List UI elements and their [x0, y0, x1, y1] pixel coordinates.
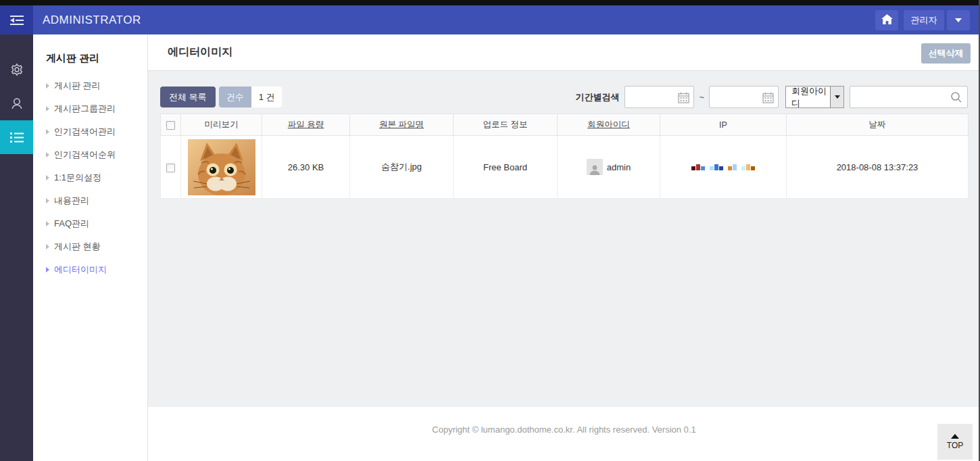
- person-icon: [9, 96, 24, 111]
- sidebar-item-popular-keyword-rank[interactable]: 인기검색어순위: [33, 143, 147, 166]
- triangle-right-icon: [46, 129, 49, 135]
- triangle-right-icon: [46, 198, 49, 203]
- user-dropdown-button[interactable]: [947, 10, 970, 30]
- sidebar-toggle-button[interactable]: [0, 5, 33, 34]
- editor-image-table: 미리보기 파일 용량 원본 파일명 업로드 정보 회원아이디 IP 날짜: [160, 114, 969, 199]
- sidebar-item-inquiry-settings[interactable]: 1:1문의설정: [33, 166, 147, 189]
- member-id: admin: [607, 162, 631, 172]
- select-all-checkbox[interactable]: [166, 121, 175, 130]
- select-arrow-button[interactable]: [830, 87, 843, 107]
- member-cell: admin: [558, 136, 660, 199]
- rail-item-settings[interactable]: [0, 53, 33, 87]
- upload-info-cell: Free Board: [454, 136, 558, 199]
- avatar: [587, 159, 603, 175]
- triangle-right-icon: [46, 152, 49, 157]
- date-from-input[interactable]: [624, 86, 694, 108]
- record-count: 건수 1 건: [219, 87, 283, 107]
- copyright-text: Copyright © lumango.dothome.co.kr. All r…: [148, 407, 980, 435]
- search-box: [850, 86, 968, 108]
- triangle-right-icon: [46, 83, 49, 89]
- indent-menu-icon: [9, 15, 24, 26]
- file-size-cell: 26.30 KB: [262, 136, 350, 199]
- gear-icon: [9, 62, 24, 77]
- sidebar-item-content-manage[interactable]: 내용관리: [33, 189, 147, 212]
- sidebar-item-faq-manage[interactable]: FAQ관리: [33, 212, 147, 235]
- sidebar-item-popular-keyword-manage[interactable]: 인기검색어관리: [33, 120, 147, 143]
- triangle-right-icon: [46, 221, 49, 226]
- selected-option: 회원아이디: [786, 85, 830, 110]
- count-label: 건수: [219, 87, 251, 107]
- sidebar-item-board-group[interactable]: 게시판그룹관리: [33, 97, 147, 120]
- col-upload-info: 업로드 정보: [454, 114, 558, 136]
- icon-rail: [0, 5, 33, 461]
- home-icon: [881, 14, 893, 26]
- rail-item-board[interactable]: [0, 120, 33, 154]
- table-row: 26.30 KB 숨참기.jpg Free Board admin: [161, 136, 969, 199]
- preview-cell: [181, 136, 262, 199]
- content-area: 전체 목록 건수 1 건 기간별검색: [148, 86, 980, 422]
- col-original-filename: 원본 파일명: [350, 114, 454, 136]
- date-to-input[interactable]: [709, 86, 779, 108]
- top-button-label: TOP: [947, 441, 963, 450]
- delete-selected-button[interactable]: 선택삭제: [921, 43, 971, 64]
- ip-cell: [660, 136, 787, 199]
- main-area: 에디터이미지 선택삭제 전체 목록 건수 1 건 기간별검색: [148, 34, 980, 461]
- chevron-down-icon: [835, 95, 840, 99]
- triangle-right-icon: [46, 106, 49, 112]
- search-field-select[interactable]: 회원아이디: [785, 86, 844, 108]
- row-checkbox[interactable]: [166, 164, 175, 172]
- table-header-row: 미리보기 파일 용량 원본 파일명 업로드 정보 회원아이디 IP 날짜: [161, 114, 969, 136]
- chevron-down-icon: [955, 18, 962, 22]
- col-member-id: 회원아이디: [558, 114, 660, 136]
- col-date: 날짜: [787, 114, 969, 136]
- window-top-strip: [0, 0, 980, 5]
- preview-thumbnail[interactable]: [188, 139, 255, 195]
- period-search-label: 기간별검색: [575, 91, 619, 103]
- home-button[interactable]: [875, 10, 898, 30]
- top-header: ADMINISTRATOR 관리자: [33, 5, 979, 34]
- date-cell: 2018-08-08 13:37:23: [787, 136, 969, 199]
- sidebar-item-editor-image[interactable]: 에디터이미지: [33, 258, 147, 281]
- triangle-up-icon: [951, 434, 959, 439]
- col-file-size: 파일 용량: [262, 114, 350, 136]
- sidebar-item-board-status[interactable]: 게시판 현황: [33, 235, 147, 258]
- app-title: ADMINISTRATOR: [43, 14, 141, 27]
- footer: Copyright © lumango.dothome.co.kr. All r…: [148, 407, 980, 461]
- scroll-top-button[interactable]: TOP: [937, 424, 973, 460]
- full-list-button[interactable]: 전체 목록: [160, 87, 216, 107]
- triangle-right-icon: [46, 244, 49, 249]
- ip-obfuscated-glyphs: [660, 164, 786, 170]
- rail-item-users[interactable]: [0, 87, 33, 120]
- list-icon: [9, 131, 24, 143]
- admin-user-button[interactable]: 관리자: [904, 10, 944, 30]
- triangle-right-icon: [46, 267, 49, 272]
- calendar-icon[interactable]: [678, 92, 689, 105]
- filename-cell: 숨참기.jpg: [350, 136, 454, 199]
- search-icon[interactable]: [950, 91, 962, 105]
- triangle-right-icon: [46, 175, 49, 180]
- sidebar: 게시판 관리 게시판 관리 게시판그룹관리 인기검색어관리 인기검색어순위 1:…: [33, 34, 148, 461]
- page-title: 에디터이미지: [168, 45, 232, 59]
- sidebar-menu: 게시판 관리 게시판그룹관리 인기검색어관리 인기검색어순위 1:1문의설정 내…: [33, 74, 147, 281]
- col-ip: IP: [660, 114, 787, 136]
- date-range-separator: ~: [699, 92, 704, 102]
- sidebar-item-board-manage[interactable]: 게시판 관리: [33, 74, 147, 97]
- count-value: 1 건: [251, 87, 283, 107]
- calendar-icon[interactable]: [762, 92, 774, 105]
- col-preview: 미리보기: [181, 114, 262, 136]
- select-all-cell: [161, 114, 181, 136]
- toolbar: 전체 목록 건수 1 건 기간별검색: [160, 86, 968, 108]
- row-select-cell: [161, 136, 181, 199]
- page-header: 에디터이미지 선택삭제: [148, 34, 980, 71]
- sidebar-title: 게시판 관리: [46, 52, 147, 65]
